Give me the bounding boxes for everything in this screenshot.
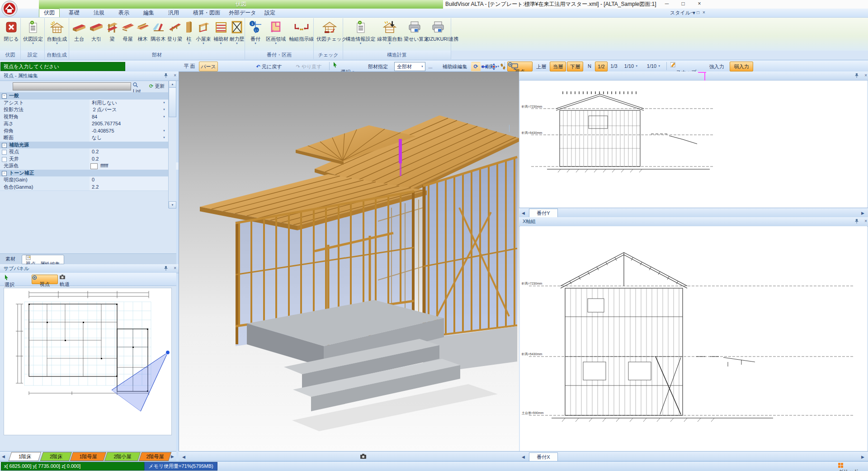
strip-right-arrow[interactable]: ▶	[861, 453, 864, 461]
part-filter-combobox[interactable]: 全部材▼	[394, 62, 425, 71]
ribbon-button-close[interactable]: 閉じる	[2, 18, 21, 51]
ribbon-button-sen-kajuu[interactable]: 線荷重自動 ▼	[376, 18, 403, 51]
snap-button[interactable]: スナップ	[670, 62, 703, 71]
mdi-minimize-button[interactable]: ─	[691, 10, 694, 15]
close-panel-icon[interactable]: ×	[174, 73, 176, 78]
scale-n-button[interactable]: N	[586, 62, 593, 71]
tab-banzuke-y[interactable]: 番付Y	[529, 209, 558, 218]
ribbon-button-munagi[interactable]: 棟木	[135, 18, 150, 51]
pan-horizontal-button[interactable]	[481, 62, 490, 71]
property-row[interactable]: 天井0.2	[0, 156, 168, 163]
property-row[interactable]: 断面なし▼	[0, 134, 168, 142]
strip-left-arrow[interactable]: ◀	[522, 453, 525, 461]
checkbox[interactable]	[2, 150, 7, 155]
ribbon-button-harisei-santei[interactable]: 梁せい算定	[404, 18, 425, 51]
property-row[interactable]: 仰角-0.408575▼	[0, 128, 168, 135]
list-button[interactable]: List	[133, 82, 141, 90]
maximize-button[interactable]: □	[676, 0, 690, 8]
property-value[interactable]: 利用しない	[90, 100, 170, 107]
ribbon-button-noborihari[interactable]: 登り梁	[166, 18, 183, 51]
floor-tab-1f-yuka[interactable]: 1階床	[9, 452, 41, 461]
aux-line-edit-button[interactable]: 補助線編集	[438, 62, 472, 71]
close-window-button[interactable]: ×	[693, 0, 706, 8]
property-value[interactable]: 84	[90, 114, 170, 121]
strong-input-button[interactable]: 強入力	[705, 62, 728, 71]
collapse-icon[interactable]: −	[2, 94, 7, 99]
app-logo[interactable]	[1, 0, 18, 17]
pin-icon[interactable]	[854, 73, 859, 78]
redo-button[interactable]: ↷ やり直す	[290, 62, 327, 71]
ribbon-button-sumitanigi[interactable]: 隅谷木	[150, 18, 166, 51]
ribbon-button-hari[interactable]: 梁	[105, 18, 119, 51]
ribbon-button-koyazuka[interactable]: 小屋束 ▼	[194, 18, 212, 51]
color-swatch[interactable]	[90, 163, 98, 169]
ribbon-button-dodai[interactable]: 土台	[71, 18, 88, 51]
property-value[interactable]: ２点パース	[90, 106, 170, 114]
property-row[interactable]: 投影方法２点パース▼	[0, 106, 168, 114]
ribbon-button-jikugumi-shijisen[interactable]: 軸組指示線	[288, 18, 315, 51]
part-specify-button[interactable]: 部材指定	[363, 62, 392, 71]
undo-button[interactable]: ↶ 元に戻す	[250, 62, 288, 71]
property-row[interactable]: 光源色ffffff	[0, 162, 168, 170]
property-value[interactable]: 2.2	[90, 184, 170, 191]
lower-layer-button[interactable]: 下層	[567, 62, 583, 71]
floor-tab-2f-moya[interactable]: 2階母屋	[139, 452, 171, 461]
grid-toggle[interactable]: グリッド	[838, 463, 859, 469]
strip-left-arrow[interactable]: ◀	[522, 209, 525, 217]
pin-icon[interactable]	[854, 219, 859, 224]
floor-tab-1f-moya[interactable]: 1階母屋	[70, 452, 106, 461]
tab-settei[interactable]: 設定	[260, 9, 280, 17]
property-value[interactable]: 2905.767754	[90, 120, 170, 128]
subpanel-viewpoint-button[interactable]: 視点	[32, 275, 58, 284]
fullscreen-button[interactable]	[511, 62, 520, 71]
ribbon-button-fuzu-check[interactable]: ✓ 伏図チェック	[316, 18, 343, 51]
floor-tabs-right-arrow[interactable]: ▶	[171, 452, 174, 461]
floor-tab-2f-koya[interactable]: 2階小屋	[104, 452, 141, 461]
subpanel-select-button[interactable]: 選択	[5, 275, 14, 284]
close-panel-icon[interactable]: ×	[174, 266, 176, 271]
pin-icon[interactable]	[164, 266, 168, 271]
ribbon-button-jidou-seisei[interactable]: 自動生成 ▼	[45, 18, 69, 51]
tab-banzuke-x[interactable]: 番付X	[529, 452, 558, 461]
property-group-row[interactable]: −トーン補正	[0, 170, 168, 177]
snapshot-button[interactable]	[360, 452, 371, 461]
property-row[interactable]: 高さ2905.767754	[0, 120, 168, 128]
ribbon-button-moya[interactable]: 母屋	[120, 18, 135, 51]
ribbon-button-oobiki[interactable]: 大引	[89, 18, 104, 51]
scale-tenth-combo-b[interactable]: 1/10 ▼	[644, 62, 664, 71]
tab-hyouji[interactable]: 表示	[114, 9, 134, 17]
viewport-3d[interactable]	[179, 71, 520, 452]
ribbon-button-hashira[interactable]: 柱 ▼	[184, 18, 194, 51]
floor-plan-canvas[interactable]	[4, 288, 172, 435]
scale-third-button[interactable]: 1/3	[609, 62, 619, 71]
property-value[interactable]: なし	[90, 134, 170, 142]
tab-viewpoint-properties[interactable]: 視点 - 属性編集	[22, 255, 64, 264]
property-value[interactable]: -0.408575	[90, 128, 170, 135]
ribbon-button-banzuke[interactable]: 1い 番付 ▼	[248, 18, 263, 51]
ribbon-button-hojozai[interactable]: 補助材 ▼	[212, 18, 229, 51]
tab-houki[interactable]: 法規	[89, 9, 109, 17]
property-group-row[interactable]: −一般	[0, 92, 168, 100]
current-layer-button[interactable]: 当層	[550, 62, 566, 71]
floor-tab-2f-yuka[interactable]: 2階床	[40, 452, 72, 461]
tab-kiso[interactable]: 基礎	[64, 9, 84, 17]
subpanel-orbit-button[interactable]: 軌道	[60, 275, 70, 284]
ribbon-button-kouzou-jouhou[interactable]: 構造情報設定 ▼	[345, 18, 376, 51]
property-scrollbar[interactable]: ▲ ▼	[168, 81, 176, 208]
property-filter-box[interactable]	[13, 82, 131, 90]
ribbon-button-kizukuri[interactable]: KIZUKURI連携	[425, 18, 451, 51]
ribbon-button-kukaku-ryouiki[interactable]: 区画領域 ▼	[264, 18, 288, 51]
ribbon-button-tairyokuheki[interactable]: 耐力壁 ▼	[229, 18, 245, 51]
tab-sekisan-zumen[interactable]: 積算・図面	[189, 9, 225, 17]
more-button[interactable]: ...	[425, 62, 436, 71]
pin-icon[interactable]	[164, 73, 168, 78]
banzuke-y-canvas[interactable]: 軒高=7230mm 軒高=5430mm	[520, 81, 867, 208]
property-row[interactable]: アシスト利用しない▼	[0, 100, 168, 107]
tab-henshuu[interactable]: 編集	[139, 9, 159, 17]
property-row[interactable]: 視点0.2	[0, 148, 168, 156]
property-group-row[interactable]: −補助光源	[0, 142, 168, 149]
close-panel-icon[interactable]: ×	[864, 73, 867, 78]
x-jikugumi-canvas[interactable]: 軒高=7230mm 軒高=5430mm 土台墨=590mm	[520, 226, 867, 451]
scale-tenth-combo-a[interactable]: 1/10 ▼	[621, 62, 641, 71]
scroll-up-button[interactable]: ▲	[169, 81, 176, 88]
